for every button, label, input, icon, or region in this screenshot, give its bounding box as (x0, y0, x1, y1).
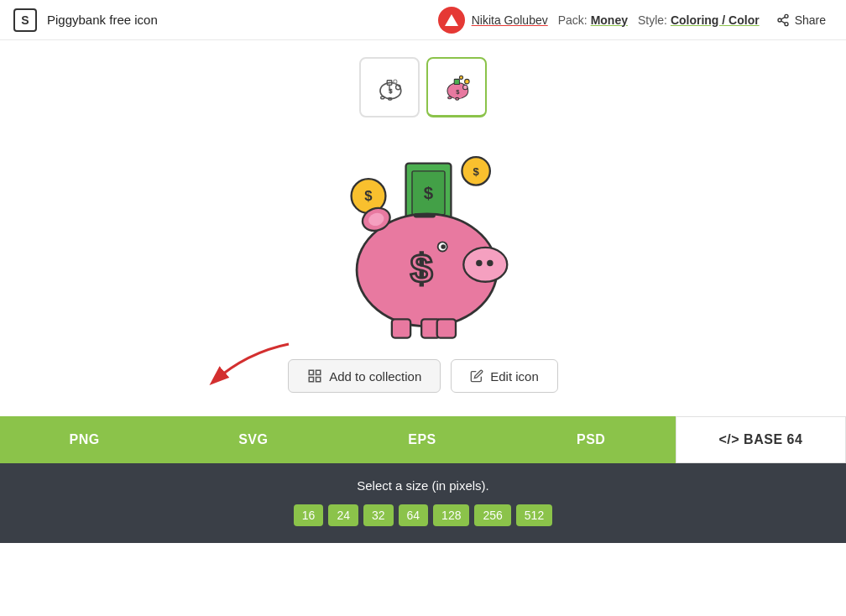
svg-point-36 (441, 244, 446, 249)
svg-point-1 (785, 14, 788, 18)
svg-text:$: $ (410, 245, 433, 290)
svg-point-21 (459, 76, 462, 79)
svg-point-2 (778, 18, 781, 22)
svg-text:$: $ (424, 184, 434, 202)
format-psd-button[interactable]: PSD (507, 416, 676, 463)
svg-rect-43 (309, 370, 313, 374)
site-logo: S (13, 8, 37, 32)
size-128[interactable]: 128 (433, 504, 469, 526)
style-label: Style: Coloring / Color (638, 13, 760, 27)
format-base64-button[interactable]: </> BASE 64 (676, 416, 846, 463)
style-value[interactable]: Coloring / Color (671, 13, 760, 27)
svg-rect-45 (309, 378, 313, 382)
svg-point-15 (463, 85, 468, 90)
svg-point-18 (448, 97, 452, 99)
size-24[interactable]: 24 (328, 504, 358, 526)
share-icon (776, 13, 790, 27)
arrow-area: Add to collection Edit icon (0, 352, 846, 393)
svg-point-20 (465, 79, 470, 84)
size-64[interactable]: 64 (399, 504, 429, 526)
svg-point-32 (487, 260, 493, 266)
svg-rect-41 (414, 213, 436, 218)
avatar (438, 7, 465, 34)
size-chips: 16 24 32 64 128 256 512 (294, 504, 552, 526)
svg-line-5 (781, 17, 785, 19)
format-svg-button[interactable]: SVG (169, 416, 337, 463)
svg-point-31 (476, 260, 482, 266)
thumbnail-color[interactable]: $ (426, 57, 487, 117)
header: S Piggybank free icon Nikita Golubev Pac… (0, 0, 846, 40)
user-area: Nikita Golubev (438, 7, 548, 34)
share-button[interactable]: Share (770, 10, 833, 30)
size-256[interactable]: 256 (474, 504, 510, 526)
svg-rect-44 (316, 370, 321, 374)
svg-rect-38 (392, 319, 410, 337)
style-thumbnails: $ $ (0, 57, 846, 117)
svg-rect-16 (454, 79, 459, 84)
svg-point-30 (463, 248, 507, 282)
format-png-button[interactable]: PNG (0, 416, 169, 463)
piggybank-icon: $ $ $ $ (306, 126, 540, 344)
size-label: Select a size (in pixels). (357, 478, 489, 493)
svg-point-11 (381, 97, 384, 99)
main-icon-area: $ $ $ $ (0, 117, 846, 352)
size-16[interactable]: 16 (294, 504, 324, 526)
collection-icon (307, 368, 322, 384)
svg-rect-46 (316, 378, 321, 382)
svg-line-4 (781, 21, 785, 23)
svg-text:$: $ (364, 188, 373, 204)
size-32[interactable]: 32 (363, 504, 394, 526)
user-name[interactable]: Nikita Golubev (472, 13, 548, 27)
format-bar: PNG SVG EPS PSD </> BASE 64 (0, 416, 846, 463)
add-to-collection-button[interactable]: Add to collection (288, 359, 441, 393)
format-eps-button[interactable]: EPS (337, 416, 506, 463)
size-selector: Select a size (in pixels). 16 24 32 64 1… (0, 463, 846, 543)
pack-link[interactable]: Money (591, 13, 628, 27)
size-512[interactable]: 512 (516, 504, 552, 526)
edit-icon-button[interactable]: Edit icon (451, 359, 558, 393)
pack-label: Pack: Money (558, 13, 628, 27)
svg-text:$: $ (473, 165, 480, 178)
svg-point-19 (456, 97, 459, 100)
thumbnail-outline[interactable]: $ (359, 57, 420, 117)
svg-marker-0 (445, 14, 458, 26)
pencil-icon (470, 369, 483, 383)
svg-point-3 (785, 22, 788, 25)
svg-text:$: $ (389, 88, 392, 94)
svg-rect-40 (437, 319, 456, 337)
action-buttons: Add to collection Edit icon (288, 359, 558, 393)
page-title: Piggybank free icon (47, 13, 158, 27)
